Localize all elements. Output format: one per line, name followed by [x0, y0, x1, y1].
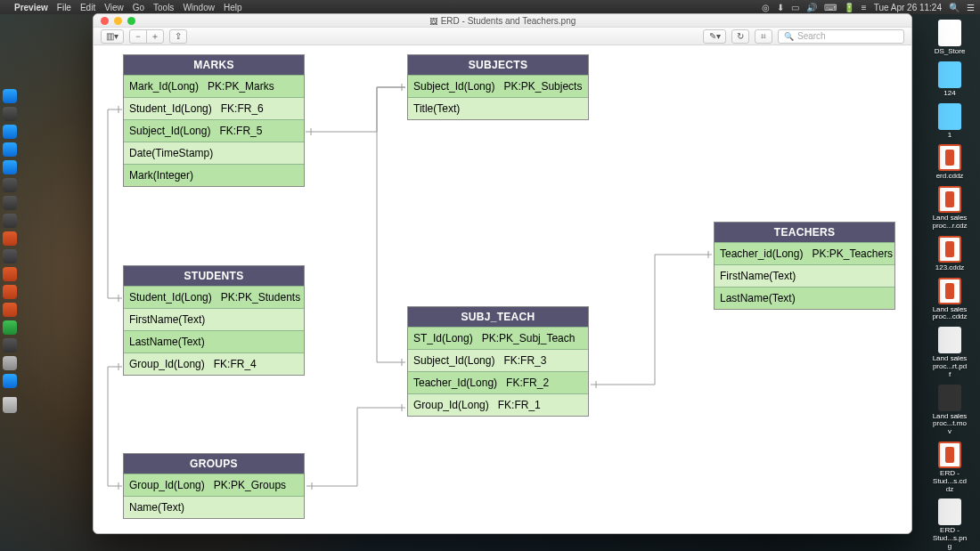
entity-row: Group_Id(Long)PK:PK_Groups	[124, 474, 304, 496]
file-label: Land sales proc...t.mov	[932, 413, 968, 436]
file-label: 123.cddz	[935, 264, 964, 272]
field-name: LastName(Text)	[129, 336, 205, 348]
desktop-file[interactable]: Land sales proc...r.cdz	[932, 186, 968, 231]
dock-app-icon[interactable]	[3, 303, 17, 317]
search-input[interactable]: Search	[778, 29, 904, 44]
dock-app-icon[interactable]	[3, 231, 17, 246]
menubar-status-icon[interactable]: 🔊	[806, 3, 817, 12]
dock-app-icon[interactable]	[3, 374, 17, 388]
rotate-button[interactable]: ↻	[731, 29, 749, 44]
dock-app-icon[interactable]	[3, 249, 17, 263]
field-key: FK:FR_1	[498, 399, 583, 411]
minimize-icon[interactable]	[114, 17, 122, 25]
sidebar-view-button[interactable]: ▥▾	[101, 29, 124, 44]
menubar-status-icon[interactable]: 🔋	[844, 3, 854, 12]
field-name: Subject_Id(Long)	[129, 125, 210, 137]
desktop-file[interactable]: Land sales proc...rt.pdf	[932, 327, 968, 378]
dock-app-icon[interactable]	[3, 214, 17, 228]
dock-app-icon[interactable]	[3, 125, 17, 139]
desktop-file[interactable]: erd.cddz	[932, 144, 968, 181]
entity-row: Date(TimeStamp)	[124, 142, 304, 164]
dock-app-icon[interactable]	[3, 285, 17, 299]
field-key	[202, 169, 298, 182]
entity-row: FirstName(Text)	[124, 308, 304, 330]
window-controls	[101, 17, 135, 25]
menu-file[interactable]: File	[57, 3, 71, 12]
field-name: Group_Id(Long)	[129, 479, 205, 491]
field-name: Student_Id(Long)	[129, 102, 212, 115]
field-name: FirstName(Text)	[129, 313, 205, 326]
file-icon	[938, 103, 961, 130]
desktop-file[interactable]: 123.cddz	[932, 236, 968, 272]
clock[interactable]: Tue Apr 26 11:24	[874, 3, 942, 12]
entity-row: FirstName(Text)	[715, 264, 894, 287]
dock-app-icon[interactable]	[3, 196, 17, 210]
desktop-file[interactable]: Land sales proc...cddz	[932, 278, 968, 322]
zoom-icon[interactable]	[127, 17, 135, 25]
menu-edit[interactable]: Edit	[80, 3, 95, 12]
menubar-status-icon[interactable]: 🔍	[949, 3, 960, 12]
field-key: FK:FR_4	[214, 358, 298, 370]
entity-header: TEACHERS	[715, 223, 894, 242]
menubar-status-icon[interactable]: ◎	[762, 3, 770, 12]
field-name: Mark_Id(Long)	[129, 80, 199, 93]
desktop-file[interactable]: ERD - Stud...s.cddz	[932, 442, 968, 493]
desktop-file[interactable]: 1	[932, 103, 968, 140]
dock-app-icon[interactable]	[3, 338, 17, 352]
menubar-status-icon[interactable]: ⌨	[824, 3, 837, 12]
menu-view[interactable]: View	[104, 3, 124, 12]
entity-teachers: TEACHERSTeacher_id(Long)PK:PK_TeachersFi…	[714, 222, 895, 310]
dock-app-icon[interactable]	[3, 89, 17, 103]
entity-row: Subject_Id(Long)FK:FR_5	[124, 119, 304, 142]
entity-students: STUDENTSStudent_Id(Long)PK:PK_StudentsFi…	[123, 265, 305, 376]
desktop-file[interactable]: DS_Store	[932, 20, 968, 56]
desktop-file[interactable]: ERD - Stud...s.png	[932, 498, 968, 550]
document-canvas: MARKSMark_Id(Long)PK:PK_MarksStudent_Id(…	[94, 45, 911, 534]
desktop-file[interactable]: 124	[932, 61, 968, 98]
file-label: Land sales proc...cddz	[932, 306, 968, 322]
trash-icon[interactable]	[3, 397, 17, 413]
field-key: PK:PK_Teachers	[812, 247, 893, 260]
menu-tools[interactable]: Tools	[153, 3, 174, 12]
dock-app-icon[interactable]	[3, 267, 17, 281]
share-button[interactable]: ⇪	[169, 29, 187, 44]
desktop-file[interactable]: Land sales proc...t.mov	[932, 385, 968, 436]
field-name: Subject_Id(Long)	[413, 354, 494, 367]
entity-row: Title(Text)	[408, 97, 588, 119]
entity-header: STUDENTS	[124, 266, 304, 286]
entity-header: GROUPS	[124, 454, 304, 474]
app-name[interactable]: Preview	[14, 3, 48, 12]
zoom-in-button[interactable]: ＋	[146, 29, 164, 44]
menu-go[interactable]: Go	[133, 3, 144, 12]
dock-app-icon[interactable]	[3, 142, 17, 157]
entity-row: Mark(Integer)	[124, 164, 304, 186]
field-key	[222, 147, 298, 159]
markup-button[interactable]: ✎▾	[703, 29, 726, 44]
menubar-status-icon[interactable]: ≡	[862, 3, 867, 12]
dock-app-icon[interactable]	[3, 178, 17, 192]
file-label: ERD - Stud...s.cddz	[932, 470, 968, 493]
dock-app-icon[interactable]	[3, 107, 17, 121]
field-name: LastName(Text)	[720, 292, 796, 304]
menubar-status-icon[interactable]: ▭	[791, 3, 799, 12]
annotate-button[interactable]: ⌗	[755, 29, 772, 44]
menu-window[interactable]: Window	[183, 3, 215, 12]
entity-subjects: SUBJECTSSubject_Id(Long)PK:PK_SubjectsTi…	[407, 54, 589, 120]
menubar-status-icon[interactable]: ⬇	[777, 3, 784, 12]
dock-app-icon[interactable]	[3, 160, 17, 174]
file-icon	[938, 186, 961, 213]
dock-app-icon[interactable]	[3, 356, 17, 370]
zoom-out-button[interactable]: －	[129, 29, 147, 44]
menubar-status-icon[interactable]: ☰	[967, 3, 975, 12]
entity-groups: GROUPSGroup_Id(Long)PK:PK_GroupsName(Tex…	[123, 453, 305, 519]
entity-header: MARKS	[124, 55, 304, 75]
entity-row: ST_Id(Long)PK:PK_Subj_Teach	[408, 327, 588, 349]
entity-row: LastName(Text)	[124, 330, 304, 352]
field-name: Teacher_Id(Long)	[413, 377, 497, 389]
file-icon	[938, 236, 961, 263]
file-icon	[938, 385, 961, 411]
close-icon[interactable]	[101, 17, 109, 25]
menu-help[interactable]: Help	[224, 3, 242, 12]
entity-row: Group_Id(Long)FK:FR_4	[124, 352, 304, 375]
dock-app-icon[interactable]	[3, 320, 17, 335]
